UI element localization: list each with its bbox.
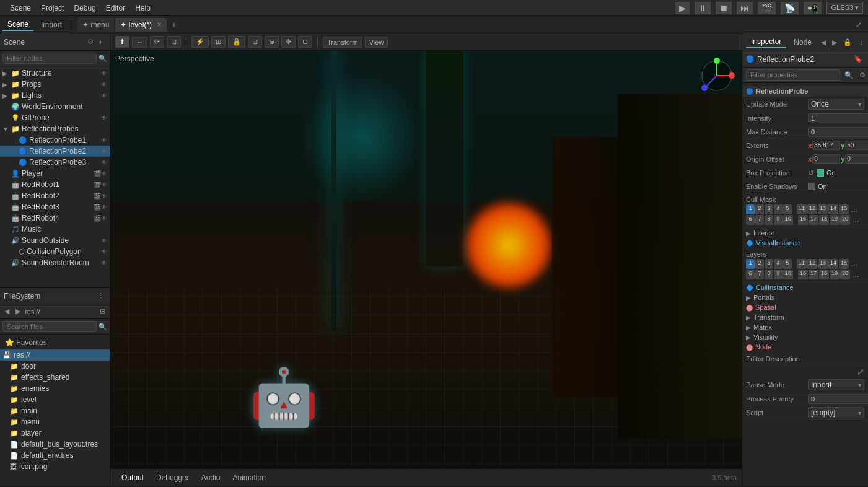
cull-11[interactable]: 11 <box>797 204 807 214</box>
layer-13[interactable]: 13 <box>818 259 828 269</box>
inspector-history-next[interactable]: ▶ <box>830 37 839 48</box>
tree-action-sr-vis[interactable]: 👁 <box>101 260 107 266</box>
remote-button[interactable]: 📡 <box>781 2 799 14</box>
tree-action-cp-vis[interactable]: 👁 <box>101 248 107 255</box>
cull-dots-1[interactable]: … <box>849 204 859 214</box>
bottom-tab-output[interactable]: Output <box>115 472 150 483</box>
fs-forward-button[interactable]: ▶ <box>14 307 22 316</box>
cull-10[interactable]: 10 <box>783 215 793 225</box>
inspector-options-icon[interactable]: ⋮ <box>856 37 867 48</box>
fullscreen-button[interactable]: ⤢ <box>852 19 866 30</box>
menu-project[interactable]: Project <box>36 2 69 14</box>
tree-item-redrobot3[interactable]: ▶ 🤖 RedRobot3 🎬 👁 <box>0 201 110 213</box>
cull-13[interactable]: 13 <box>818 204 828 214</box>
scene-add-icon[interactable]: ＋ <box>95 36 106 48</box>
layer-3[interactable]: 3 <box>765 259 773 269</box>
max-distance-input[interactable] <box>808 127 868 137</box>
fs-layout-icon[interactable]: ⊟ <box>98 306 107 317</box>
fs-item-menu[interactable]: 📁 menu <box>0 416 110 428</box>
tree-item-soundoutside[interactable]: ▶ 🔊 SoundOutside 👁 <box>0 235 110 246</box>
cull-18[interactable]: 18 <box>819 215 829 225</box>
tree-action-rp2-vis[interactable]: 👁 <box>101 148 107 155</box>
extents-y-input[interactable] <box>845 141 868 150</box>
inspector-history-prev[interactable]: ◀ <box>819 37 828 48</box>
inspector-tab-inspector[interactable]: Inspector <box>746 36 786 48</box>
bones-button[interactable]: ⊗ <box>265 36 279 48</box>
pause-mode-dropdown[interactable]: Inherit ▾ <box>808 379 864 390</box>
move-tool-button[interactable]: ↔ <box>132 37 147 48</box>
viewport-3d[interactable]: 🤖 Perspective X Y <box>110 51 742 482</box>
viewport-gizmo[interactable]: X Y Z <box>698 57 735 94</box>
fs-item-enemies[interactable]: 📁 enemies <box>0 383 110 394</box>
tree-item-player[interactable]: ▶ 👤 Player 🎬 👁 <box>0 168 110 179</box>
tree-item-worldenv[interactable]: ▶ 🌍 WorldEnvironment <box>0 101 110 112</box>
layer-2[interactable]: 2 <box>755 259 764 269</box>
layer-dots-2[interactable]: … <box>851 270 861 279</box>
expand-button[interactable]: ⤢ <box>857 367 864 377</box>
tree-action-rr4-movie[interactable]: 🎬 <box>94 215 101 222</box>
tab-import[interactable]: Import <box>36 19 67 30</box>
node-bookmark-icon[interactable]: 🔖 <box>852 54 864 64</box>
intensity-input[interactable] <box>808 113 868 123</box>
fs-item-main[interactable]: 📁 main <box>0 405 110 416</box>
tree-action-rp3-vis[interactable]: 👁 <box>101 159 107 166</box>
tree-item-lights[interactable]: ▶ 📁 Lights 👁 <box>0 90 110 101</box>
inspector-filter-input[interactable] <box>746 69 840 81</box>
scene-settings-icon[interactable]: ⚙ <box>85 37 95 47</box>
layer-9[interactable]: 9 <box>774 270 783 279</box>
fs-item-door[interactable]: 📁 door <box>0 361 110 372</box>
tree-action-player-movie[interactable]: 🎬 <box>94 170 101 177</box>
tree-action-rr4-vis[interactable]: 👁 <box>101 215 107 222</box>
layer-20[interactable]: 20 <box>840 270 850 279</box>
fs-item-icon[interactable]: 🖼 icon.png <box>0 461 110 472</box>
tree-action-props-vis[interactable]: 👁 <box>101 81 107 88</box>
cull-8[interactable]: 8 <box>765 215 773 225</box>
script-dropdown[interactable]: [empty] ▾ <box>808 407 864 418</box>
cull-20[interactable]: 20 <box>840 215 850 225</box>
tab-menu[interactable]: ✦ menu <box>77 18 114 32</box>
inspector-lock-icon[interactable]: 🔒 <box>841 37 854 48</box>
lock-button[interactable]: 🔒 <box>228 36 245 48</box>
tab-level-close[interactable]: ✕ <box>157 21 162 28</box>
rotate-tool-button[interactable]: ⟳ <box>150 36 164 48</box>
interior-collapse[interactable]: ▶ Interior <box>742 228 868 238</box>
fs-item-default-env[interactable]: 📄 default_env.tres <box>0 450 110 461</box>
cull-12[interactable]: 12 <box>807 204 817 214</box>
tree-action-rr3-vis[interactable]: 👁 <box>101 204 107 211</box>
origin-y-input[interactable] <box>845 154 868 164</box>
tree-item-giprobe[interactable]: ▶ 💡 GIProbe 👁 <box>0 112 110 123</box>
tree-item-rp1[interactable]: ▶ 🔵 ReflectionProbe1 👁 <box>0 134 110 146</box>
gles-badge[interactable]: GLES3 ▾ <box>826 2 863 14</box>
tree-action-rp1-vis[interactable]: 👁 <box>101 137 107 144</box>
scene-filter-input[interactable] <box>2 53 97 64</box>
tab-level[interactable]: ✦ level(*) ✕ <box>115 18 167 32</box>
tree-action-rr3-movie[interactable]: 🎬 <box>94 204 101 211</box>
cull-dots-2[interactable]: … <box>851 215 861 225</box>
menu-scene[interactable]: Scene <box>5 2 36 14</box>
tree-action-rr1-movie[interactable]: 🎬 <box>94 182 101 188</box>
process-priority-input[interactable] <box>808 394 868 404</box>
menu-editor[interactable]: Editor <box>101 2 130 14</box>
bottom-tab-animation[interactable]: Animation <box>226 472 271 483</box>
stop-button[interactable]: ⏹ <box>716 2 732 14</box>
transform-button[interactable]: Transform <box>323 37 362 48</box>
layer-8[interactable]: 8 <box>765 270 773 279</box>
tree-action-rr1-vis[interactable]: 👁 <box>101 182 107 188</box>
update-mode-dropdown[interactable]: Once ▾ <box>808 99 864 110</box>
fs-item-player[interactable]: 📁 player <box>0 428 110 439</box>
cull-5[interactable]: 5 <box>783 204 792 214</box>
cull-17[interactable]: 17 <box>809 215 818 225</box>
layer-16[interactable]: 16 <box>798 270 808 279</box>
tree-item-collisionpoly[interactable]: ▶ ⬡ CollisionPolygon 👁 <box>0 246 110 257</box>
layer-11[interactable]: 11 <box>797 259 807 269</box>
snap-button[interactable]: ⚡ <box>191 36 209 48</box>
tree-item-reflectionprobes[interactable]: ▼ 📁 ReflectionProbes <box>0 123 110 134</box>
deploy-button[interactable]: 📲 <box>804 2 822 14</box>
layer-1[interactable]: 1 <box>746 259 755 269</box>
scene-filter-icon[interactable]: 🔍 <box>97 53 109 64</box>
inspector-tab-node[interactable]: Node <box>789 37 817 48</box>
step-button[interactable]: ⏭ <box>737 2 753 14</box>
layer-17[interactable]: 17 <box>809 270 818 279</box>
view-mode-button[interactable]: ✥ <box>281 36 296 48</box>
tab-add-button[interactable]: + <box>168 17 180 32</box>
